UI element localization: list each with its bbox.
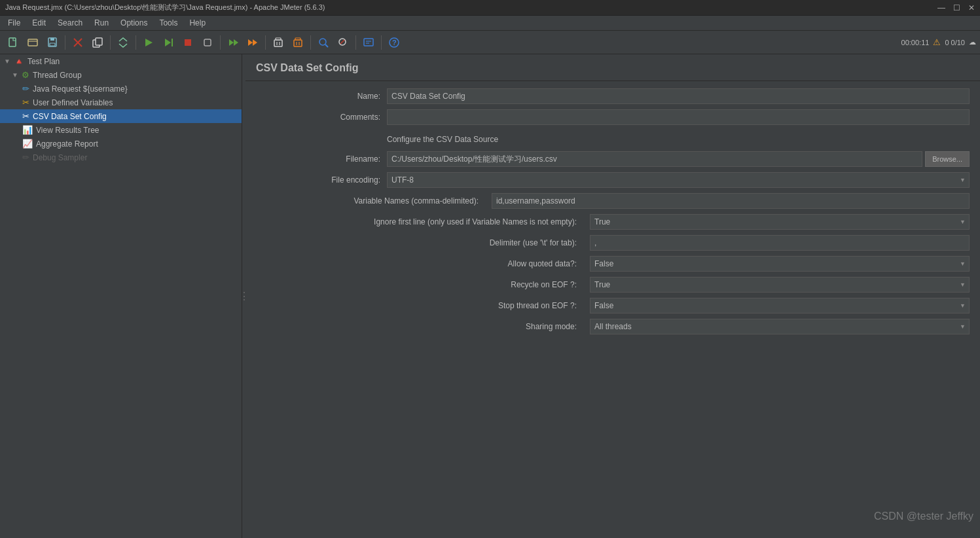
main-layout: ▼ 🔺 Test Plan ▼ ⚙ Thread Group ✏ Java Re… — [0, 54, 980, 538]
clear-all-button[interactable] — [289, 33, 307, 52]
user-defined-icon: ✂ — [22, 98, 29, 107]
stop-thread-on-eof-select-wrapper: False True — [590, 298, 970, 314]
minimize-button[interactable]: — — [937, 3, 945, 12]
name-label: Name: — [256, 92, 387, 101]
tree-label-thread-group: Thread Group — [33, 71, 82, 80]
thread-group-icon: ⚙ — [22, 70, 29, 80]
svg-rect-12 — [185, 39, 191, 46]
form-area: Name: Comments: Configure the CSV Data S… — [245, 81, 980, 346]
tree-item-debug-sampler[interactable]: ✏ Debug Sampler — [0, 151, 242, 164]
menu-edit[interactable]: Edit — [27, 17, 51, 29]
tree-label-view-results-tree: View Results Tree — [36, 126, 100, 135]
help-button[interactable]: ? — [385, 33, 403, 52]
new-button[interactable] — [4, 33, 22, 52]
stop-thread-on-eof-select[interactable]: False True — [590, 298, 970, 314]
reset-search-button[interactable] — [334, 33, 352, 52]
sharing-mode-row: Sharing mode: All threads Current thread… — [256, 318, 970, 335]
log-toggle-button[interactable] — [359, 33, 378, 52]
svg-marker-9 — [145, 39, 153, 46]
shutdown-button[interactable] — [198, 33, 217, 52]
open-button[interactable] — [24, 33, 42, 52]
tree-label-debug-sampler: Debug Sampler — [33, 153, 87, 162]
filename-input[interactable] — [387, 151, 922, 167]
svg-rect-19 — [274, 40, 282, 46]
stop-thread-on-eof-label: Stop thread on EOF ?: — [256, 301, 583, 310]
svg-marker-15 — [234, 39, 238, 46]
remote-stop-button[interactable] — [244, 33, 262, 52]
browse-button[interactable]: Browse... — [925, 151, 970, 167]
name-row: Name: — [256, 88, 970, 105]
allow-quoted-data-select[interactable]: False True — [590, 256, 970, 272]
menu-help[interactable]: Help — [184, 17, 211, 29]
save-button[interactable] — [43, 33, 62, 52]
panel-title: CSV Data Set Config — [245, 54, 980, 81]
tree-label-csv-data-set-config: CSV Data Set Config — [33, 112, 107, 121]
stop-thread-on-eof-row: Stop thread on EOF ?: False True — [256, 297, 970, 314]
file-encoding-select[interactable]: UTF-8 ISO-8859-1 US-ASCII — [387, 172, 970, 188]
tree-item-csv-data-set-config[interactable]: ✂ CSV Data Set Config — [0, 109, 242, 123]
menu-run[interactable]: Run — [89, 17, 114, 29]
tree-item-java-request[interactable]: ✏ Java Request ${username} — [0, 82, 242, 96]
search-button[interactable] — [314, 33, 333, 52]
name-input[interactable] — [387, 88, 970, 104]
java-request-icon: ✏ — [22, 84, 29, 94]
menu-search[interactable]: Search — [52, 17, 88, 29]
sharing-mode-select[interactable]: All threads Current thread group Current… — [590, 319, 970, 334]
menu-tools[interactable]: Tools — [154, 17, 183, 29]
separator-2 — [110, 35, 111, 50]
toolbar: ? 00:00:11 ⚠ 0 0/10 ☁ — [0, 31, 980, 54]
tree-label-test-plan: Test Plan — [27, 57, 60, 66]
start-no-pauses-button[interactable] — [159, 33, 177, 52]
maximize-button[interactable]: ☐ — [953, 3, 960, 12]
remote-start-button[interactable] — [224, 33, 242, 52]
expand-button[interactable] — [114, 33, 132, 52]
tree-item-thread-group[interactable]: ▼ ⚙ Thread Group — [0, 68, 242, 82]
comments-row: Comments: — [256, 109, 970, 126]
tree-item-user-defined-variables[interactable]: ✂ User Defined Variables — [0, 96, 242, 109]
recycle-on-eof-label: Recycle on EOF ?: — [256, 280, 583, 289]
separator-5 — [265, 35, 266, 50]
cut-red-button[interactable] — [69, 33, 87, 52]
clear-button[interactable] — [269, 33, 287, 52]
variable-names-input[interactable] — [492, 193, 970, 209]
svg-line-27 — [325, 45, 328, 47]
menu-bar: File Edit Search Run Options Tools Help — [0, 16, 980, 31]
svg-marker-16 — [248, 39, 253, 46]
svg-marker-17 — [253, 39, 257, 46]
filename-label: Filename: — [256, 154, 387, 164]
recycle-on-eof-row: Recycle on EOF ?: True False — [256, 276, 970, 293]
warning-icon: ⚠ — [933, 37, 941, 47]
ignore-first-line-select[interactable]: True False — [590, 214, 970, 230]
allow-quoted-data-label: Allow quoted data?: — [256, 259, 583, 268]
separator-1 — [65, 35, 65, 50]
separator-3 — [136, 35, 136, 50]
close-button[interactable]: ✕ — [968, 3, 975, 12]
tree-label-aggregate-report: Aggregate Report — [36, 139, 98, 149]
tree-item-view-results-tree[interactable]: 📊 View Results Tree — [0, 123, 242, 137]
window-controls: — ☐ ✕ — [937, 3, 975, 12]
delimiter-row: Delimiter (use '\t' for tab): — [256, 234, 970, 251]
comments-input[interactable] — [387, 109, 970, 125]
menu-file[interactable]: File — [3, 17, 26, 29]
svg-marker-14 — [229, 39, 234, 46]
svg-point-26 — [319, 39, 326, 45]
svg-rect-13 — [204, 39, 211, 46]
svg-rect-3 — [50, 38, 54, 41]
recycle-on-eof-select[interactable]: True False — [590, 277, 970, 293]
separator-8 — [381, 35, 382, 50]
recycle-on-eof-select-wrapper: True False — [590, 277, 970, 293]
test-plan-icon: 🔺 — [14, 56, 24, 66]
svg-rect-23 — [294, 40, 302, 46]
stop-button[interactable] — [179, 33, 197, 52]
tree-item-aggregate-report[interactable]: 📈 Aggregate Report — [0, 137, 242, 151]
ignore-first-line-row: Ignore first line (only used if Variable… — [256, 213, 970, 230]
left-panel: ▼ 🔺 Test Plan ▼ ⚙ Thread Group ✏ Java Re… — [0, 54, 242, 538]
delimiter-input[interactable] — [590, 235, 970, 251]
ignore-first-line-label: Ignore first line (only used if Variable… — [256, 217, 583, 226]
tree-item-test-plan[interactable]: ▼ 🔺 Test Plan — [0, 54, 242, 68]
separator-6 — [310, 35, 311, 50]
menu-options[interactable]: Options — [115, 17, 153, 29]
copy-button[interactable] — [88, 33, 107, 52]
separator-7 — [355, 35, 356, 50]
start-button[interactable] — [139, 33, 158, 52]
